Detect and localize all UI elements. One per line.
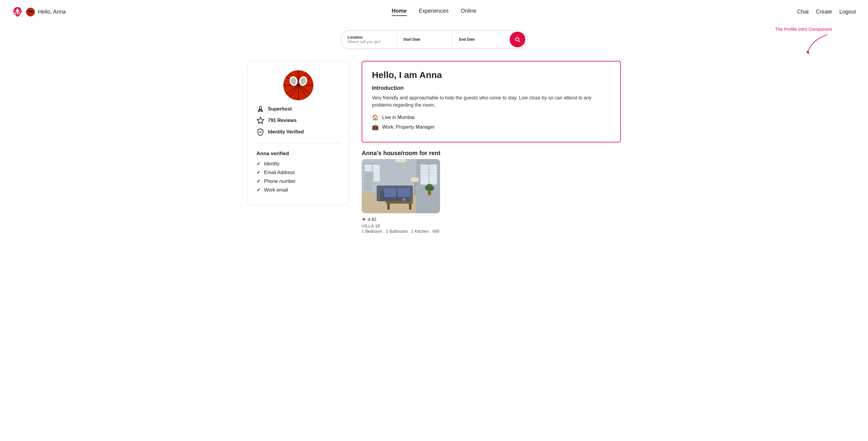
svg-rect-42 — [409, 203, 411, 210]
navbar-center-links: Home Experiences Online — [392, 8, 476, 16]
search-icon — [514, 36, 521, 43]
check-icon-4: ✓ — [256, 187, 260, 193]
nav-chat[interactable]: Chat — [797, 9, 809, 15]
end-date-label: End Date — [459, 37, 501, 41]
home-icon: 🏠 — [372, 114, 378, 121]
listing-card[interactable]: ★ 4.82 VILLA 18 1 Bedroom . 1 Bathroom .… — [362, 159, 440, 234]
svg-rect-46 — [364, 172, 373, 181]
user-avatar-icon — [26, 7, 35, 17]
avatar — [283, 70, 313, 100]
start-date-field[interactable]: Start Date — [397, 30, 453, 49]
check-icon-2: ✓ — [256, 169, 260, 175]
nav-experiences[interactable]: Experiences — [418, 8, 448, 16]
intro-work: 💼 Work: Property Manager — [372, 124, 611, 130]
superhost-stat: Superhost — [256, 105, 340, 113]
svg-rect-41 — [387, 203, 390, 210]
check-icon-1: ✓ — [256, 161, 260, 166]
svg-rect-38 — [384, 188, 396, 197]
rating-star-icon: ★ — [362, 216, 366, 222]
star-icon — [256, 117, 264, 124]
verified-section: Anna verified ✓ Identity ✓ Email Address… — [256, 151, 340, 193]
svg-point-51 — [429, 186, 434, 191]
start-date-label: Start Date — [403, 37, 445, 41]
navbar-actions: Chat Create Logout — [797, 9, 856, 15]
listing-image — [362, 159, 440, 213]
nav-home[interactable]: Home — [392, 8, 407, 16]
search-section: Location Where will you go? Start Date E… — [0, 24, 868, 52]
verified-email: ✓ Email Address — [256, 169, 340, 175]
svg-point-55 — [410, 177, 419, 182]
svg-point-43 — [393, 198, 400, 201]
intro-location: 🏠 Live in Mumbai — [372, 114, 611, 121]
verified-list: ✓ Identity ✓ Email Address ✓ Phone numbe… — [256, 161, 340, 193]
brand: Hello, Anna — [12, 7, 66, 18]
identity-label: Identity Verified — [268, 129, 304, 135]
avatar-image — [283, 70, 313, 100]
shield-icon — [256, 128, 264, 136]
intro-section-title: Introduction — [372, 85, 611, 91]
annotation-label: The Profile Intro Component — [775, 27, 832, 32]
search-bar: Location Where will you go? Start Date E… — [341, 30, 527, 49]
svg-rect-40 — [386, 201, 413, 203]
room-illustration — [362, 159, 440, 213]
profile-card: Superhost 791 Reviews Identity Verified … — [247, 61, 350, 205]
superhost-label: Superhost — [268, 106, 292, 112]
profile-main: Hello, I am Anna Introduction Very frien… — [362, 61, 621, 234]
navbar: Hello, Anna Home Experiences Online Chat… — [0, 0, 868, 24]
svg-rect-36 — [377, 186, 380, 201]
rating-value: 4.82 — [368, 217, 376, 222]
location-label: Location — [347, 35, 390, 39]
listing-rating: ★ 4.82 — [362, 216, 440, 222]
profile-stats: Superhost 791 Reviews Identity Verified — [256, 105, 340, 136]
divider — [256, 143, 340, 144]
profile-intro-annotation: The Profile Intro Component — [775, 27, 832, 56]
verified-workemail-label: Work email — [264, 187, 288, 193]
check-icon-3: ✓ — [256, 178, 260, 184]
profile-greeting: Hello, I am Anna — [372, 70, 611, 80]
nav-logout[interactable]: Logout — [839, 9, 856, 15]
verified-email-label: Email Address — [264, 170, 295, 175]
verified-workemail: ✓ Work email — [256, 187, 340, 193]
location-field[interactable]: Location Where will you go? — [341, 30, 397, 49]
svg-marker-7 — [806, 50, 809, 54]
listing-details: 1 Bedroom . 1 Bathroom . 1 Kitchen . Wif… — [362, 229, 440, 234]
location-placeholder: Where will you go? — [347, 39, 390, 44]
nav-create[interactable]: Create — [816, 9, 832, 15]
svg-point-50 — [425, 186, 430, 190]
intro-text: Very friendly and approachable to help t… — [372, 94, 611, 109]
svg-point-19 — [259, 106, 262, 109]
listing-name: VILLA 18 — [362, 223, 440, 228]
reviews-stat: 791 Reviews — [256, 117, 340, 124]
main-content: Superhost 791 Reviews Identity Verified … — [223, 52, 645, 243]
svg-rect-39 — [398, 188, 410, 197]
intro-location-text: Live in Mumbai — [382, 115, 415, 120]
verified-phone-label: Phone number — [264, 179, 296, 184]
svg-rect-47 — [364, 182, 373, 191]
verified-title: Anna verified — [256, 151, 340, 157]
nav-online[interactable]: Online — [461, 8, 476, 16]
end-date-field[interactable]: End Date — [453, 30, 508, 49]
profile-intro-box: Hello, I am Anna Introduction Very frien… — [362, 61, 621, 143]
superhost-icon — [256, 105, 264, 113]
svg-marker-20 — [257, 117, 264, 124]
listings-title: Anna's house/room for rent — [362, 150, 621, 157]
annotation-arrow-icon — [802, 32, 832, 56]
intro-work-text: Work: Property Manager — [382, 124, 435, 130]
listings-section: Anna's house/room for rent — [362, 150, 621, 234]
search-button[interactable] — [510, 32, 525, 47]
verified-identity-label: Identity — [264, 161, 280, 166]
navbar-username: Hello, Anna — [38, 9, 66, 15]
verified-phone: ✓ Phone number — [256, 178, 340, 184]
airbnb-logo-icon — [12, 7, 23, 18]
reviews-label: 791 Reviews — [268, 118, 297, 123]
identity-stat: Identity Verified — [256, 128, 340, 136]
briefcase-icon: 💼 — [372, 124, 378, 130]
svg-point-44 — [402, 198, 405, 201]
verified-identity: ✓ Identity — [256, 161, 340, 166]
svg-rect-54 — [414, 180, 415, 195]
